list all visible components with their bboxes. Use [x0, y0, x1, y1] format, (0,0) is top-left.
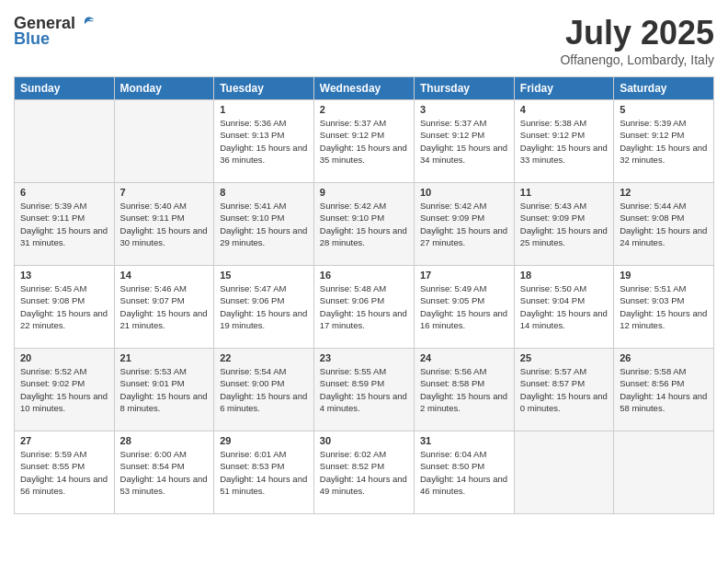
day-info: Sunrise: 5:37 AM Sunset: 9:12 PM Dayligh… [320, 117, 408, 166]
calendar-cell: 27Sunrise: 5:59 AM Sunset: 8:55 PM Dayli… [15, 431, 115, 514]
calendar-cell: 7Sunrise: 5:40 AM Sunset: 9:11 PM Daylig… [114, 183, 214, 266]
day-info: Sunrise: 5:47 AM Sunset: 9:06 PM Dayligh… [220, 282, 308, 331]
calendar-cell: 2Sunrise: 5:37 AM Sunset: 9:12 PM Daylig… [313, 100, 414, 183]
week-row-2: 6Sunrise: 5:39 AM Sunset: 9:11 PM Daylig… [15, 183, 714, 266]
calendar-cell: 16Sunrise: 5:48 AM Sunset: 9:06 PM Dayli… [313, 266, 414, 349]
week-row-1: 1Sunrise: 5:36 AM Sunset: 9:13 PM Daylig… [15, 100, 714, 183]
day-number: 13 [20, 270, 108, 281]
calendar-cell [114, 100, 214, 183]
day-number: 23 [320, 352, 408, 363]
weekday-header-sunday: Sunday [15, 77, 115, 100]
day-info: Sunrise: 5:48 AM Sunset: 9:06 PM Dayligh… [320, 282, 408, 331]
logo-bird-icon [77, 15, 96, 33]
day-number: 10 [420, 187, 508, 198]
day-number: 19 [620, 270, 708, 281]
weekday-header-tuesday: Tuesday [214, 77, 314, 100]
calendar-cell: 28Sunrise: 6:00 AM Sunset: 8:54 PM Dayli… [114, 431, 214, 514]
calendar-cell: 13Sunrise: 5:45 AM Sunset: 9:08 PM Dayli… [15, 266, 115, 349]
calendar-cell: 22Sunrise: 5:54 AM Sunset: 9:00 PM Dayli… [214, 349, 314, 431]
calendar-cell: 17Sunrise: 5:49 AM Sunset: 9:05 PM Dayli… [414, 266, 514, 349]
week-row-4: 20Sunrise: 5:52 AM Sunset: 9:02 PM Dayli… [15, 349, 714, 431]
day-info: Sunrise: 5:40 AM Sunset: 9:11 PM Dayligh… [120, 200, 209, 248]
day-number: 4 [520, 104, 608, 115]
day-info: Sunrise: 5:49 AM Sunset: 9:05 PM Dayligh… [420, 282, 508, 331]
day-info: Sunrise: 5:55 AM Sunset: 8:59 PM Dayligh… [320, 365, 408, 414]
day-number: 18 [520, 270, 608, 281]
day-info: Sunrise: 5:54 AM Sunset: 9:00 PM Dayligh… [220, 365, 308, 414]
weekday-header-monday: Monday [114, 77, 214, 100]
day-info: Sunrise: 5:39 AM Sunset: 9:11 PM Dayligh… [20, 200, 108, 248]
calendar-cell: 25Sunrise: 5:57 AM Sunset: 8:57 PM Dayli… [514, 349, 613, 431]
calendar-cell: 4Sunrise: 5:38 AM Sunset: 9:12 PM Daylig… [514, 100, 613, 183]
calendar-cell: 30Sunrise: 6:02 AM Sunset: 8:52 PM Dayli… [313, 431, 414, 514]
calendar-cell: 23Sunrise: 5:55 AM Sunset: 8:59 PM Dayli… [313, 349, 414, 431]
day-info: Sunrise: 5:45 AM Sunset: 9:08 PM Dayligh… [20, 282, 108, 331]
day-info: Sunrise: 5:50 AM Sunset: 9:04 PM Dayligh… [520, 282, 608, 331]
day-info: Sunrise: 5:37 AM Sunset: 9:12 PM Dayligh… [420, 117, 508, 166]
calendar-cell: 26Sunrise: 5:58 AM Sunset: 8:56 PM Dayli… [614, 349, 714, 431]
day-info: Sunrise: 5:57 AM Sunset: 8:57 PM Dayligh… [520, 365, 608, 414]
day-number: 17 [420, 270, 508, 281]
day-info: Sunrise: 5:59 AM Sunset: 8:55 PM Dayligh… [20, 448, 108, 497]
day-number: 22 [220, 352, 308, 363]
day-number: 28 [120, 435, 209, 446]
day-number: 26 [620, 352, 708, 363]
day-info: Sunrise: 5:46 AM Sunset: 9:07 PM Dayligh… [120, 282, 209, 331]
calendar-cell: 20Sunrise: 5:52 AM Sunset: 9:02 PM Dayli… [15, 349, 115, 431]
month-title: July 2025 [560, 14, 714, 52]
day-number: 31 [420, 435, 508, 446]
week-row-3: 13Sunrise: 5:45 AM Sunset: 9:08 PM Dayli… [15, 266, 714, 349]
day-info: Sunrise: 6:00 AM Sunset: 8:54 PM Dayligh… [120, 448, 209, 497]
day-info: Sunrise: 5:52 AM Sunset: 9:02 PM Dayligh… [20, 365, 108, 414]
calendar-cell: 14Sunrise: 5:46 AM Sunset: 9:07 PM Dayli… [114, 266, 214, 349]
calendar-cell [15, 100, 115, 183]
day-number: 1 [220, 104, 308, 115]
location-subtitle: Offanengo, Lombardy, Italy [560, 52, 714, 67]
day-info: Sunrise: 5:44 AM Sunset: 9:08 PM Dayligh… [620, 200, 708, 248]
page-header: General Blue July 2025 Offanengo, Lombar… [14, 14, 714, 67]
calendar-cell: 15Sunrise: 5:47 AM Sunset: 9:06 PM Dayli… [214, 266, 314, 349]
calendar-cell: 29Sunrise: 6:01 AM Sunset: 8:53 PM Dayli… [214, 431, 314, 514]
weekday-header-row: SundayMondayTuesdayWednesdayThursdayFrid… [15, 77, 714, 100]
day-number: 9 [320, 187, 408, 198]
weekday-header-friday: Friday [514, 77, 613, 100]
calendar-cell: 8Sunrise: 5:41 AM Sunset: 9:10 PM Daylig… [214, 183, 314, 266]
logo: General Blue [14, 14, 96, 49]
calendar-cell: 21Sunrise: 5:53 AM Sunset: 9:01 PM Dayli… [114, 349, 214, 431]
day-info: Sunrise: 6:02 AM Sunset: 8:52 PM Dayligh… [320, 448, 408, 497]
calendar-cell: 11Sunrise: 5:43 AM Sunset: 9:09 PM Dayli… [514, 183, 613, 266]
day-info: Sunrise: 5:39 AM Sunset: 9:12 PM Dayligh… [620, 117, 708, 166]
calendar-cell: 24Sunrise: 5:56 AM Sunset: 8:58 PM Dayli… [414, 349, 514, 431]
day-number: 30 [320, 435, 408, 446]
day-number: 3 [420, 104, 508, 115]
calendar-cell: 9Sunrise: 5:42 AM Sunset: 9:10 PM Daylig… [313, 183, 414, 266]
calendar-cell: 10Sunrise: 5:42 AM Sunset: 9:09 PM Dayli… [414, 183, 514, 266]
day-number: 29 [220, 435, 308, 446]
day-info: Sunrise: 5:56 AM Sunset: 8:58 PM Dayligh… [420, 365, 508, 414]
calendar-cell: 5Sunrise: 5:39 AM Sunset: 9:12 PM Daylig… [614, 100, 714, 183]
weekday-header-wednesday: Wednesday [313, 77, 414, 100]
logo-blue: Blue [14, 29, 50, 49]
calendar-table: SundayMondayTuesdayWednesdayThursdayFrid… [14, 76, 714, 514]
day-number: 7 [120, 187, 209, 198]
day-number: 25 [520, 352, 608, 363]
day-number: 8 [220, 187, 308, 198]
calendar-cell: 12Sunrise: 5:44 AM Sunset: 9:08 PM Dayli… [614, 183, 714, 266]
weekday-header-thursday: Thursday [414, 77, 514, 100]
day-number: 20 [20, 352, 108, 363]
weekday-header-saturday: Saturday [614, 77, 714, 100]
day-number: 16 [320, 270, 408, 281]
day-number: 24 [420, 352, 508, 363]
day-number: 27 [20, 435, 108, 446]
day-number: 11 [520, 187, 608, 198]
calendar-cell: 19Sunrise: 5:51 AM Sunset: 9:03 PM Dayli… [614, 266, 714, 349]
day-info: Sunrise: 5:53 AM Sunset: 9:01 PM Dayligh… [120, 365, 209, 414]
day-number: 21 [120, 352, 209, 363]
calendar-cell: 6Sunrise: 5:39 AM Sunset: 9:11 PM Daylig… [15, 183, 115, 266]
day-info: Sunrise: 5:42 AM Sunset: 9:09 PM Dayligh… [420, 200, 508, 248]
day-info: Sunrise: 5:41 AM Sunset: 9:10 PM Dayligh… [220, 200, 308, 248]
day-info: Sunrise: 5:43 AM Sunset: 9:09 PM Dayligh… [520, 200, 608, 248]
day-number: 14 [120, 270, 209, 281]
day-number: 12 [620, 187, 708, 198]
day-number: 15 [220, 270, 308, 281]
